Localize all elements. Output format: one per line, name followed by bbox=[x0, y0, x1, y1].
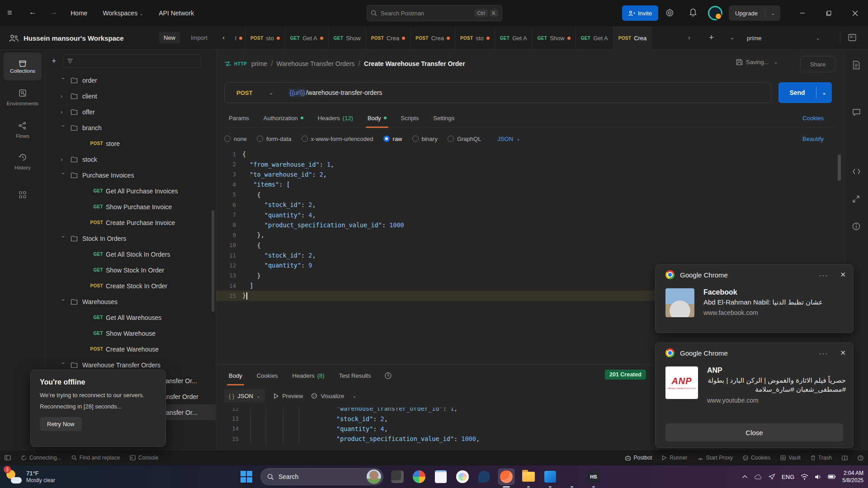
documentation-icon[interactable] bbox=[852, 61, 860, 70]
editor-line[interactable]: 10 { bbox=[216, 240, 844, 250]
tabs-scroll-right-icon[interactable]: › bbox=[688, 33, 690, 41]
open-request-tab[interactable]: POSTsto bbox=[455, 26, 495, 50]
window-close-button[interactable] bbox=[844, 0, 865, 26]
method-select[interactable]: POST bbox=[236, 89, 252, 96]
cookies-link[interactable]: Cookies bbox=[802, 115, 824, 122]
chrome-notification-anp[interactable]: Google Chrome ··· ✕ ANP MEDIA & CINEMA P… bbox=[655, 343, 854, 448]
breadcrumb-request-title[interactable]: Create Warehouse Transfer Order bbox=[364, 60, 465, 67]
tree-request-row[interactable]: GETGet All Stock In Orders bbox=[45, 246, 216, 262]
taskbar-weather-widget[interactable]: 3 71°F Mostly clear bbox=[6, 469, 55, 484]
folder-chevron-icon[interactable]: › bbox=[60, 362, 67, 368]
environment-selector[interactable]: prime ⌄ bbox=[747, 26, 820, 50]
taskbar-app-postman[interactable] bbox=[498, 469, 514, 485]
response-tab-headers[interactable]: Headers(8) bbox=[288, 366, 329, 385]
tree-request-row[interactable]: POSTstore bbox=[45, 136, 216, 151]
taskbar-app-widgets[interactable] bbox=[390, 469, 405, 484]
comments-icon[interactable] bbox=[852, 108, 861, 117]
connection-status[interactable]: Connecting... bbox=[21, 455, 61, 461]
volume-icon[interactable] bbox=[815, 474, 821, 480]
hamburger-menu-icon[interactable]: ≡ bbox=[7, 8, 12, 18]
taskbar-app-vscode[interactable] bbox=[542, 469, 558, 484]
notification-close-button[interactable]: Close bbox=[665, 423, 843, 441]
help-icon[interactable] bbox=[858, 455, 863, 461]
open-request-tab[interactable]: POSTsto bbox=[245, 26, 285, 50]
sidebar-nav-environments[interactable]: Environments bbox=[0, 89, 45, 106]
tree-folder-row[interactable]: ›Stock In Orders bbox=[45, 230, 216, 246]
body-mode-x-www-form-urlencoded[interactable]: x-www-form-urlencoded bbox=[302, 136, 373, 142]
tree-folder-row[interactable]: ›stock bbox=[45, 151, 216, 167]
tree-request-row[interactable]: GETShow Purchase Invoice bbox=[45, 199, 216, 215]
language-indicator[interactable]: ENG bbox=[782, 474, 794, 480]
visualize-chevron-icon[interactable]: ⌄ bbox=[352, 393, 356, 399]
postbot-button[interactable]: Postbot bbox=[625, 455, 652, 461]
quiet-hours-icon[interactable] bbox=[769, 474, 775, 480]
editor-line[interactable]: 6 "stock_id": 2, bbox=[216, 200, 844, 210]
tab-authorization[interactable]: Authorization bbox=[259, 108, 308, 127]
invite-button[interactable]: Invite bbox=[622, 5, 658, 21]
onedrive-cloud-icon[interactable] bbox=[754, 474, 762, 479]
folder-chevron-icon[interactable]: › bbox=[61, 108, 66, 115]
window-minimize-button[interactable] bbox=[792, 0, 813, 26]
forward-icon[interactable]: → bbox=[50, 8, 57, 17]
find-and-replace[interactable]: Find and replace bbox=[71, 455, 120, 461]
tree-folder-row[interactable]: ›order bbox=[45, 72, 216, 88]
vault-button[interactable]: Vault bbox=[780, 455, 800, 461]
sidebar-scrollbar[interactable] bbox=[212, 210, 214, 312]
tree-folder-row[interactable]: ›Purchase Invoices bbox=[45, 167, 216, 183]
open-request-tab[interactable]: POSTCrea bbox=[410, 26, 455, 50]
taskbar-app-hs[interactable]: HS bbox=[586, 469, 601, 484]
open-request-tab[interactable]: GETGet A bbox=[285, 26, 329, 50]
taskbar-search[interactable]: Search bbox=[260, 468, 383, 485]
runner-button[interactable]: Runner bbox=[662, 455, 687, 461]
taskbar-app-store[interactable] bbox=[433, 469, 448, 484]
taskbar-app-chrome[interactable] bbox=[564, 469, 580, 484]
taskbar-clock[interactable]: 2:04 AM 5/8/2025 bbox=[842, 469, 863, 484]
sidebar-nav-history[interactable]: History bbox=[0, 153, 45, 170]
tab-headers[interactable]: Headers(12) bbox=[313, 108, 358, 127]
tree-request-row[interactable]: GETShow Stock In Order bbox=[45, 262, 216, 278]
response-preview-tab[interactable]: Preview bbox=[273, 393, 303, 399]
window-maximize-button[interactable] bbox=[818, 0, 839, 26]
code-snippet-icon[interactable] bbox=[852, 168, 861, 175]
sidebar-nav-collections[interactable]: Collections bbox=[4, 52, 42, 80]
settings-gear-icon[interactable] bbox=[665, 9, 674, 17]
folder-chevron-icon[interactable]: › bbox=[60, 78, 67, 83]
open-request-tab[interactable]: POSTCrea bbox=[366, 26, 411, 50]
notification-more-icon[interactable]: ··· bbox=[819, 349, 828, 357]
tab-body[interactable]: Body bbox=[363, 108, 391, 127]
url-path[interactable]: /warehouse-transfer-orders bbox=[306, 89, 382, 96]
workspace-name[interactable]: Hussein mansour's Workspace bbox=[24, 26, 124, 50]
share-button[interactable]: Share bbox=[800, 56, 835, 72]
info-icon[interactable] bbox=[852, 222, 860, 230]
notification-close-icon[interactable]: ✕ bbox=[840, 349, 846, 357]
url-variable[interactable]: {{url}} bbox=[288, 89, 306, 97]
tab-scripts[interactable]: Scripts bbox=[396, 108, 424, 127]
tree-request-row[interactable]: POSTCreate Purchase Invoice bbox=[45, 215, 216, 230]
open-request-tab[interactable]: GETGet A bbox=[576, 26, 613, 50]
editor-line[interactable]: 8 "product_specification_value_id": 1000 bbox=[216, 220, 844, 230]
open-request-tab[interactable]: POSTCrea bbox=[613, 26, 652, 50]
back-icon[interactable]: ← bbox=[29, 8, 37, 17]
trash-button[interactable]: Trash bbox=[811, 455, 832, 461]
resize-arrows-icon[interactable] bbox=[852, 195, 860, 203]
sidebar-toggle-icon[interactable] bbox=[5, 455, 11, 460]
folder-chevron-icon[interactable]: › bbox=[60, 299, 67, 305]
beautify-link[interactable]: Beautify bbox=[802, 136, 824, 142]
editor-line[interactable]: 3 "to_warehouse_id": 2, bbox=[216, 169, 844, 179]
tree-folder-row[interactable]: ›Warehouses bbox=[45, 294, 216, 310]
chrome-notification-facebook[interactable]: Google Chrome ··· ✕ Facebook Abd El-Rahm… bbox=[655, 264, 854, 333]
new-tab-button[interactable]: + bbox=[709, 33, 714, 42]
tabs-menu-chevron-icon[interactable]: ⌄ bbox=[730, 34, 735, 41]
notifications-bell-icon[interactable] bbox=[689, 8, 697, 17]
open-request-tab[interactable]: l bbox=[232, 26, 245, 50]
body-mode-GraphQL[interactable]: GraphQL bbox=[448, 136, 481, 142]
breadcrumb-collection[interactable]: prime bbox=[251, 60, 267, 67]
taskbar-app-pinwheel[interactable] bbox=[411, 469, 427, 484]
tree-request-row[interactable]: GETShow Warehouse bbox=[45, 325, 216, 341]
nav-api-network[interactable]: API Network bbox=[159, 9, 194, 17]
send-button[interactable]: Send ⌄ bbox=[778, 82, 832, 103]
tree-request-row[interactable]: GETGet All Purchase Invoices bbox=[45, 183, 216, 199]
sidebar-filter-input[interactable] bbox=[63, 54, 201, 68]
folder-chevron-icon[interactable]: › bbox=[61, 93, 66, 99]
folder-chevron-icon[interactable]: › bbox=[60, 236, 67, 241]
